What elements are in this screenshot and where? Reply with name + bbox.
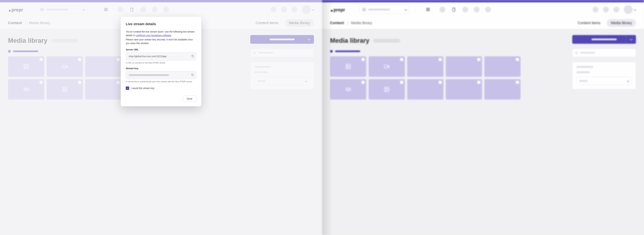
stream-key-label: Stream key <box>126 67 196 70</box>
env-indicator-icon <box>362 7 366 11</box>
breadcrumb-root[interactable]: Content <box>330 21 344 25</box>
svg-text:prepr: prepr <box>334 7 345 12</box>
svg-point-16 <box>576 52 578 54</box>
media-card[interactable] <box>484 79 520 100</box>
done-button[interactable]: Done <box>183 96 196 102</box>
media-card[interactable] <box>330 56 366 77</box>
primary-action-label-skeleton <box>592 38 617 40</box>
media-card[interactable] <box>407 56 444 77</box>
filter-select[interactable] <box>576 77 632 85</box>
server-url-input[interactable] <box>126 52 196 60</box>
nav-placeholder-4[interactable] <box>474 7 480 12</box>
filter-label-skeleton <box>576 71 590 73</box>
tab-media-library[interactable]: Media library <box>607 19 636 27</box>
nav-placeholder-1[interactable] <box>440 7 445 12</box>
filter-label-skeleton <box>576 66 593 68</box>
select-value-skeleton <box>579 80 588 82</box>
nav-placeholder-5[interactable] <box>485 7 491 12</box>
header-action-1[interactable] <box>593 7 598 12</box>
breadcrumb-separator: | <box>347 21 348 25</box>
avatar <box>624 5 632 14</box>
chevron-down-icon <box>634 8 636 10</box>
live-stream-details-modal: Live stream details You've created the l… <box>121 17 201 106</box>
filter-panel <box>572 62 636 89</box>
chevron-down-icon <box>630 38 632 40</box>
search-input[interactable] <box>572 48 636 57</box>
card-checkbox[interactable] <box>400 58 403 61</box>
card-checkbox[interactable] <box>516 81 519 84</box>
card-checkbox[interactable] <box>477 81 480 84</box>
breadcrumb: Content | Media library <box>330 21 372 25</box>
saved-key-checkbox[interactable] <box>126 86 129 90</box>
card-checkbox[interactable] <box>362 58 364 61</box>
copy-icon[interactable] <box>191 55 194 58</box>
top-accent-strip <box>322 0 644 2</box>
breadcrumb-current: Media library <box>351 21 372 25</box>
stream-key-hint: A secret key to authenticate your live s… <box>126 80 196 83</box>
chevron-down-icon <box>627 80 629 82</box>
svg-point-9 <box>331 10 333 11</box>
card-checkbox[interactable] <box>477 58 480 61</box>
video-icon <box>384 64 390 69</box>
image-icon <box>384 86 390 92</box>
tab-content-items[interactable]: Content items <box>574 19 604 27</box>
image-icon <box>345 64 351 69</box>
page-title: Media library <box>330 37 369 44</box>
media-card[interactable] <box>446 56 482 77</box>
filter-indicator-icon[interactable] <box>330 50 333 53</box>
server-url-label: Server URL <box>126 48 196 51</box>
media-card[interactable] <box>368 56 405 77</box>
media-card[interactable] <box>446 79 482 100</box>
card-checkbox[interactable] <box>439 81 442 84</box>
environment-dropdown[interactable] <box>359 5 410 14</box>
card-checkbox[interactable] <box>516 58 519 61</box>
filter-active-skeleton[interactable] <box>335 50 360 52</box>
document-icon[interactable] <box>451 7 457 12</box>
menu-icon[interactable] <box>426 8 430 11</box>
modal-intro: You've created the live stream asset. Us… <box>126 30 196 37</box>
modal-intro-2: Please save your stream key securely. It… <box>126 38 196 45</box>
stream-key-input[interactable] <box>126 71 196 79</box>
media-card[interactable] <box>407 79 444 100</box>
check-icon <box>126 87 128 89</box>
server-url-hint: A URL to connect to the Mux RTMP server. <box>126 62 196 64</box>
header-action-3[interactable] <box>614 7 619 12</box>
media-card[interactable] <box>330 79 366 100</box>
media-card[interactable] <box>484 56 520 77</box>
brand-logo[interactable]: prepr <box>330 6 348 12</box>
media-grid <box>330 56 564 100</box>
svg-rect-8 <box>192 74 194 76</box>
configure-software-link[interactable]: configure your broadcast software <box>136 34 171 37</box>
saved-key-checkbox-label: I saved the stream key <box>131 87 154 89</box>
audio-icon <box>345 86 351 92</box>
search-placeholder-skeleton <box>580 52 595 53</box>
primary-action-dropdown[interactable] <box>626 35 636 44</box>
primary-action-button[interactable] <box>572 35 636 44</box>
svg-point-15 <box>386 88 386 89</box>
card-checkbox[interactable] <box>400 81 403 84</box>
card-checkbox[interactable] <box>439 58 442 61</box>
chevron-down-icon <box>405 8 407 10</box>
svg-rect-13 <box>384 65 388 68</box>
stream-key-value-skeleton <box>129 74 169 76</box>
search-icon <box>575 51 578 54</box>
card-checkbox[interactable] <box>362 81 364 84</box>
user-menu[interactable] <box>624 5 636 14</box>
copy-icon[interactable] <box>191 73 194 77</box>
svg-rect-7 <box>192 56 194 57</box>
divider <box>415 6 416 13</box>
svg-point-12 <box>347 65 348 66</box>
nav-placeholder-3[interactable] <box>462 7 468 12</box>
media-card[interactable] <box>368 79 405 100</box>
header-action-2[interactable] <box>603 7 609 12</box>
modal-overlay: Live stream details You've created the l… <box>0 0 322 235</box>
app-header: prepr <box>322 2 644 29</box>
page-subtitle-skeleton <box>373 39 400 42</box>
env-name-skeleton <box>368 9 390 10</box>
modal-title: Live stream details <box>126 22 196 26</box>
